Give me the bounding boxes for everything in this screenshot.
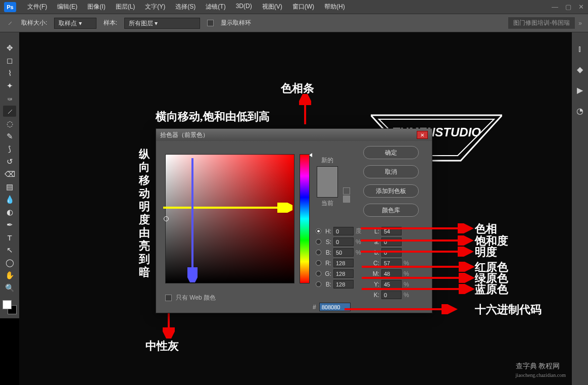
bb-radio[interactable] — [316, 281, 321, 287]
stamp-tool[interactable]: ⟆ — [3, 143, 16, 155]
panel-menu-icon[interactable]: » — [578, 20, 582, 27]
dialog-buttons: 确定 取消 添加到色板 颜色库 — [363, 146, 419, 217]
annotation-side-label: 蓝原色 — [475, 282, 508, 297]
type-tool[interactable]: T — [3, 232, 16, 243]
pen-tool[interactable]: ✒ — [3, 219, 16, 230]
menu-item[interactable]: 帮助(H) — [319, 3, 350, 11]
gradient-tool[interactable]: ▤ — [3, 181, 16, 192]
color-swatches[interactable] — [3, 300, 17, 314]
bb-label: B: — [323, 281, 331, 288]
menu-item[interactable]: 编辑(E) — [52, 3, 82, 11]
menu-item[interactable]: 视图(V) — [257, 3, 287, 11]
panels-icon[interactable]: ⫿ — [578, 44, 582, 54]
menu-item[interactable]: 选择(S) — [170, 3, 201, 11]
arrow-right-icon — [360, 247, 481, 257]
hue-cursor[interactable] — [309, 153, 312, 157]
web-only-checkbox[interactable] — [165, 295, 172, 301]
r-input[interactable] — [333, 259, 354, 267]
menu-bar: Ps 文件(F)编辑(E)图像(I)图层(L)文字(Y)选择(S)滤镜(T)3D… — [0, 0, 588, 14]
new-current-swatch: 新的 当前 — [317, 156, 338, 208]
bv-label: B: — [323, 249, 331, 256]
r-radio[interactable] — [316, 260, 321, 266]
g-input[interactable] — [333, 269, 354, 278]
menu-item[interactable]: 窗口(W) — [287, 3, 319, 11]
gamut-warning-icon[interactable] — [343, 187, 350, 195]
sample-target-select[interactable]: 所有图层 ▾ — [124, 18, 200, 29]
menu-item[interactable]: 文件(F) — [22, 3, 52, 11]
menu-item[interactable]: 图层(L) — [111, 3, 140, 11]
saturation-value-field[interactable] — [165, 154, 295, 283]
bv-radio[interactable] — [316, 250, 321, 255]
cancel-button[interactable]: 取消 — [363, 165, 419, 178]
right-panel-bar: ⫿ ◆ ▶ ◔ — [572, 32, 588, 385]
bb-input[interactable] — [333, 280, 354, 288]
menu-item[interactable]: 文字(Y) — [140, 3, 170, 11]
hand-tool[interactable]: ✋ — [3, 270, 16, 281]
zoom-tool[interactable]: 🔍 — [3, 282, 16, 294]
show-ring-checkbox[interactable] — [207, 20, 214, 26]
dialog-titlebar[interactable]: 拾色器（前景色） ✕ — [156, 129, 432, 141]
maximize-icon[interactable]: ▢ — [565, 3, 571, 11]
lasso-tool[interactable]: ⌇ — [3, 68, 16, 79]
h-radio[interactable] — [316, 228, 321, 234]
healing-tool[interactable]: ◌ — [3, 118, 16, 129]
swatch-compare[interactable] — [317, 166, 338, 198]
arrow-right-icon — [360, 223, 481, 233]
ok-button[interactable]: 确定 — [363, 146, 419, 159]
blur-tool[interactable]: 💧 — [3, 194, 16, 205]
satval-cursor[interactable] — [164, 216, 169, 221]
close-icon[interactable]: ✕ — [578, 3, 584, 11]
play-icon[interactable]: ▶ — [577, 85, 583, 95]
annotation-side-label: 明度 — [475, 245, 497, 260]
wand-tool[interactable]: ✦ — [3, 80, 16, 91]
sample-size-select[interactable]: 取样点 ▾ — [54, 18, 96, 29]
minimize-icon[interactable]: — — [552, 3, 558, 11]
arrow-down-icon — [163, 311, 175, 339]
h-input[interactable] — [333, 227, 354, 235]
arrow-right-icon — [361, 273, 482, 283]
add-swatch-button[interactable]: 添加到色板 — [363, 184, 419, 198]
web-only-label: 只有 Web 颜色 — [176, 294, 216, 302]
menu-item[interactable]: 3D(D) — [231, 3, 257, 11]
chevron-down-icon: ▾ — [79, 20, 82, 27]
show-ring-label: 显示取样环 — [221, 19, 251, 27]
path-tool[interactable]: ↖ — [3, 245, 16, 256]
menu-item[interactable]: 滤镜(T) — [201, 3, 230, 11]
eyedropper-tool[interactable]: ⟋ — [3, 106, 16, 117]
sample-label: 样本: — [104, 19, 117, 27]
websafe-warning-icon[interactable] — [343, 196, 350, 203]
shape-tool[interactable]: ◯ — [3, 257, 16, 268]
s-radio[interactable] — [316, 239, 321, 245]
adjust-icon[interactable]: ◔ — [576, 106, 583, 116]
eraser-tool[interactable]: ⌫ — [3, 169, 16, 180]
hue-slider[interactable] — [300, 154, 310, 283]
arrow-right-icon — [161, 203, 292, 213]
arrow-right-icon — [360, 235, 481, 246]
dodge-tool[interactable]: ◐ — [3, 207, 16, 218]
annotation-side-label: 十六进制代码 — [475, 302, 542, 317]
marquee-tool[interactable]: ◻ — [3, 55, 16, 66]
h-label: H: — [323, 228, 331, 235]
annotation-neutral-gray: 中性灰 — [145, 339, 179, 354]
g-label: G: — [323, 270, 331, 277]
color-libraries-button[interactable]: 颜色库 — [363, 204, 419, 217]
brush-tool[interactable]: ✎ — [3, 131, 16, 142]
history-brush[interactable]: ↺ — [3, 156, 16, 167]
crop-tool[interactable]: ⎃ — [3, 93, 16, 104]
s-input[interactable] — [333, 237, 354, 246]
s-label: S: — [323, 238, 331, 246]
dialog-close-button[interactable]: ✕ — [417, 131, 428, 139]
move-tool[interactable]: ✥ — [3, 42, 16, 54]
annotation-brightness: 纵向移动明度由亮到暗 — [138, 148, 151, 279]
options-bar: ⟋ 取样大小: 取样点 ▾ 样本: 所有图层 ▾ 显示取样环 图门修图培训-韩国… — [0, 14, 588, 32]
layers-icon[interactable]: ◆ — [577, 65, 583, 74]
hash-label: # — [313, 304, 316, 311]
workspace-tag[interactable]: 图门修图培训-韩国瑞 — [508, 17, 575, 29]
menu-items: 文件(F)编辑(E)图像(I)图层(L)文字(Y)选择(S)滤镜(T)3D(D)… — [22, 3, 350, 11]
eyedropper-icon[interactable]: ⟋ — [6, 19, 14, 27]
g-radio[interactable] — [316, 271, 321, 276]
bv-input[interactable] — [333, 248, 354, 257]
menu-item[interactable]: 图像(I) — [82, 3, 110, 11]
dialog-title: 拾色器（前景色） — [160, 131, 209, 139]
web-only-row: 只有 Web 颜色 — [165, 294, 216, 302]
